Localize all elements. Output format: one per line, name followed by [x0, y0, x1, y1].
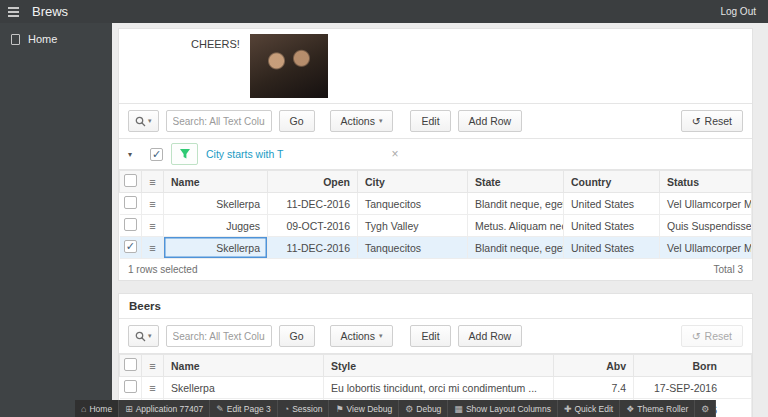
cell-open[interactable]: 11-DEC-2016	[268, 237, 358, 259]
devbar-session[interactable]: ◔Session	[278, 400, 330, 417]
col-header-name[interactable]: Name	[164, 355, 324, 377]
row-menu-icon[interactable]: ≡	[149, 242, 155, 254]
filter-chip[interactable]	[171, 143, 198, 165]
brews-toolbar: ▾ Go Actions ▾ Edit Add Row ↺ Reset	[119, 103, 752, 139]
search-input[interactable]	[166, 325, 272, 347]
filter-expand-icon[interactable]: ▾	[128, 150, 142, 159]
cell-name[interactable]: Skellerpa	[164, 193, 268, 215]
row-menu-icon: ≡	[149, 176, 155, 188]
select-all-checkbox[interactable]	[124, 174, 137, 187]
cell-status[interactable]: Vel Ullamcorper Metus ...	[660, 237, 752, 259]
actions-button[interactable]: Actions ▾	[330, 325, 394, 347]
cell-city[interactable]: Tygh Valley	[358, 215, 468, 237]
cell-country[interactable]: United States	[564, 193, 660, 215]
selected-count: 1 rows selected	[128, 264, 197, 275]
home-icon: ⌂	[81, 404, 86, 414]
col-header-style[interactable]: Style	[324, 355, 554, 377]
row-menu-icon[interactable]: ≡	[149, 198, 155, 210]
devbar-home[interactable]: ⌂Home	[75, 400, 119, 417]
developer-toolbar: ⌂Home ⊞Application 77407 ✎Edit Page 3 ◔S…	[75, 400, 716, 417]
cell-state[interactable]: Metus. Aliquam nec blandit...	[468, 215, 564, 237]
gear-icon: ⚙	[701, 404, 709, 414]
grid-header-row: ≡ Name Style Abv Born	[120, 355, 752, 377]
sidebar: Home	[0, 23, 112, 417]
col-header-status[interactable]: Status	[660, 171, 752, 193]
row-checkbox[interactable]	[124, 240, 137, 253]
layout-columns-icon: ▦	[454, 404, 463, 414]
cell-name[interactable]: Skellerpa	[164, 237, 268, 259]
sidebar-item-label: Home	[28, 33, 57, 45]
select-all-checkbox[interactable]	[124, 358, 137, 371]
hamburger-menu-icon[interactable]	[0, 0, 26, 23]
cell-name[interactable]: Skellerpa	[164, 377, 324, 399]
chevron-down-icon: ▾	[379, 332, 383, 340]
reset-icon: ↺	[692, 115, 701, 127]
cell-abv[interactable]: 7.4	[554, 377, 634, 399]
devbar-edit-page[interactable]: ✎Edit Page 3	[210, 400, 278, 417]
col-header-name[interactable]: Name	[164, 171, 268, 193]
devbar-quick-edit[interactable]: ✚Quick Edit	[558, 400, 620, 417]
go-button[interactable]: Go	[279, 110, 315, 132]
col-header-abv[interactable]: Abv	[554, 355, 634, 377]
filter-remove-icon[interactable]: ×	[391, 147, 398, 161]
table-row[interactable]: ≡ Skellerpa 11-DEC-2016 Tanquecitos Blan…	[120, 193, 752, 215]
row-menu-icon[interactable]: ≡	[149, 382, 155, 394]
search-options-button[interactable]: ▾	[128, 325, 159, 347]
add-row-button[interactable]: Add Row	[458, 325, 523, 347]
search-input[interactable]	[166, 110, 272, 132]
search-options-button[interactable]: ▾	[128, 110, 159, 132]
beers-toolbar: ▾ Go Actions ▾ Edit Add Row ↺ Reset	[119, 319, 752, 354]
add-row-button[interactable]: Add Row	[458, 110, 523, 132]
row-menu-icon: ≡	[149, 360, 155, 372]
go-button[interactable]: Go	[279, 325, 315, 347]
table-row[interactable]: ≡ Skellerpa Eu lobortis tincidunt, orci …	[120, 377, 752, 399]
col-header-open[interactable]: Open	[268, 171, 358, 193]
cell-status[interactable]: Vel Ullamcorper Metus ...	[660, 193, 752, 215]
row-checkbox[interactable]	[124, 218, 137, 231]
beers-region: Beers ▾ Go Actions ▾ Edit Add Row ↺ Rese…	[118, 293, 753, 417]
search-icon	[135, 116, 146, 127]
row-checkbox[interactable]	[124, 196, 137, 209]
cell-city[interactable]: Tanquecitos	[358, 237, 468, 259]
cell-country[interactable]: United States	[564, 215, 660, 237]
cell-state[interactable]: Blandit neque, eget pretiu...	[468, 193, 564, 215]
chevron-down-icon: ▾	[148, 332, 152, 340]
cell-open[interactable]: 11-DEC-2016	[268, 193, 358, 215]
table-row[interactable]: ≡ Jugges 09-OCT-2016 Tygh Valley Metus. …	[120, 215, 752, 237]
table-row-selected[interactable]: ≡ Skellerpa 11-DEC-2016 Tanquecitos Blan…	[120, 237, 752, 259]
row-menu-icon[interactable]: ≡	[149, 220, 155, 232]
debug-icon: ⚙	[405, 404, 413, 414]
edit-page-icon: ✎	[216, 404, 224, 414]
reset-button[interactable]: ↺ Reset	[681, 110, 743, 132]
cell-state[interactable]: Blandit neque, eget pretiu...	[468, 237, 564, 259]
cell-country[interactable]: United States	[564, 237, 660, 259]
filter-enabled-checkbox[interactable]	[150, 148, 163, 161]
devbar-show-layout-columns[interactable]: ▦Show Layout Columns	[448, 400, 558, 417]
sidebar-item-home[interactable]: Home	[0, 23, 112, 55]
cell-style[interactable]: Eu lobortis tincidunt, orci mi condiment…	[324, 377, 554, 399]
devbar-settings[interactable]: ⚙	[695, 400, 716, 417]
filter-label[interactable]: City starts with T	[206, 148, 283, 160]
devbar-theme-roller[interactable]: ❖Theme Roller	[620, 400, 695, 417]
logout-link[interactable]: Log Out	[720, 6, 756, 17]
main-content: CHEERS! ▾ Go Actions ▾ Edit Add Row ↺ Re…	[112, 23, 768, 417]
edit-button[interactable]: Edit	[410, 110, 450, 132]
quick-edit-icon: ✚	[564, 404, 572, 414]
cell-born[interactable]: 17-SEP-2016	[634, 377, 752, 399]
col-header-country[interactable]: Country	[564, 171, 660, 193]
cell-status[interactable]: Quis Suspendisse Aliqu...	[660, 215, 752, 237]
reset-button: ↺ Reset	[681, 325, 743, 347]
actions-button[interactable]: Actions ▾	[330, 110, 394, 132]
edit-button[interactable]: Edit	[410, 325, 450, 347]
cell-name[interactable]: Jugges	[164, 215, 268, 237]
cell-city[interactable]: Tanquecitos	[358, 193, 468, 215]
row-checkbox[interactable]	[124, 380, 137, 393]
col-header-state[interactable]: State	[468, 171, 564, 193]
reset-icon: ↺	[692, 330, 701, 342]
devbar-view-debug[interactable]: ⚑View Debug	[329, 400, 399, 417]
devbar-application[interactable]: ⊞Application 77407	[119, 400, 210, 417]
col-header-city[interactable]: City	[358, 171, 468, 193]
cell-open[interactable]: 09-OCT-2016	[268, 215, 358, 237]
devbar-debug[interactable]: ⚙Debug	[399, 400, 448, 417]
col-header-born[interactable]: Born	[634, 355, 752, 377]
